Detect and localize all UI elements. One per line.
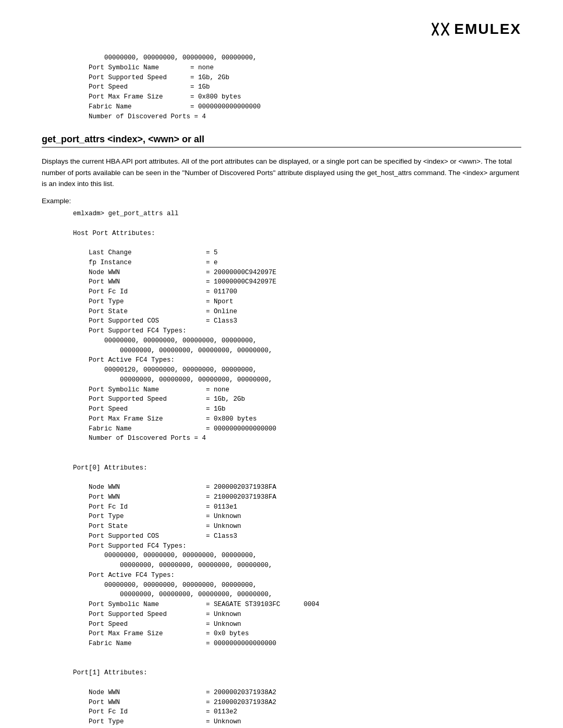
body-text: Displays the current HBA API port attrib… xyxy=(42,156,521,190)
main-code-block: emlxadm> get_port_attrs all Host Port At… xyxy=(73,209,521,727)
logo-text: EMULEX xyxy=(454,21,521,38)
example-label: Example: xyxy=(42,197,521,205)
logo-area: EMULEX xyxy=(431,21,521,38)
section-heading: get_port_attrs <index>, <wwn> or all xyxy=(42,134,521,147)
top-code-block: 00000000, 00000000, 00000000, 00000000, … xyxy=(73,53,521,121)
svg-rect-0 xyxy=(431,22,450,36)
emulex-logo-icon xyxy=(431,22,450,36)
header: EMULEX xyxy=(42,21,521,38)
page-container: EMULEX 00000000, 00000000, 00000000, 000… xyxy=(0,0,563,728)
